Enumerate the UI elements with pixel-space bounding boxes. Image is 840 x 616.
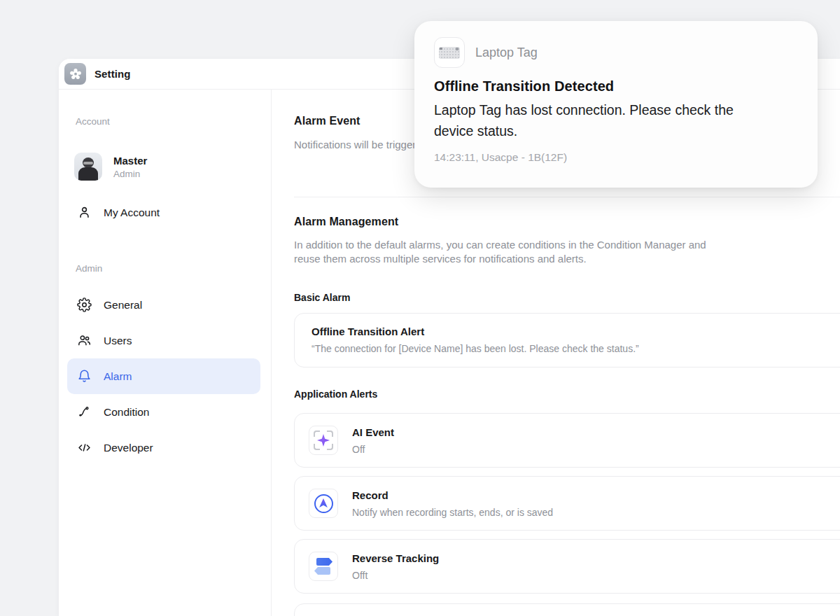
sidebar-item-label: Developer <box>104 442 153 454</box>
gear-icon <box>77 298 92 312</box>
laptop-tag-icon <box>434 37 465 68</box>
alert-card-title: AI Event <box>352 425 394 440</box>
page-title: Setting <box>94 68 131 80</box>
sidebar: Account Master Admin My Account Admin <box>59 90 272 616</box>
basic-alarm-label: Basic Alarm <box>294 292 350 303</box>
toast-meta: 14:23:11, Usacpe - 1B(12F) <box>434 151 798 164</box>
ai-sparkle-icon <box>309 426 338 455</box>
basic-alarm-card[interactable]: Offline Transition Alert “The connection… <box>294 313 840 368</box>
sidebar-item-label: My Account <box>104 206 160 219</box>
sidebar-item-condition[interactable]: Condition <box>67 394 260 430</box>
basic-alarm-card-title: Offline Transition Alert <box>312 324 836 339</box>
avatar <box>74 153 102 181</box>
section-divider <box>294 197 840 197</box>
toast-app-name: Laptop Tag <box>475 46 538 60</box>
sidebar-item-label: General <box>104 299 142 312</box>
sidebar-item-label: Alarm <box>104 370 132 383</box>
sidebar-item-users[interactable]: Users <box>67 323 260 358</box>
code-icon <box>77 440 92 455</box>
sidebar-item-general[interactable]: General <box>67 287 260 323</box>
condition-curve-icon <box>77 405 92 419</box>
alert-card-record[interactable]: Record Notify when recording starts, end… <box>294 476 840 531</box>
alert-card-subtitle: Off <box>352 443 394 456</box>
alert-card-ai-event[interactable]: AI Event Off <box>294 413 840 468</box>
alert-card-title: Record <box>352 488 553 503</box>
record-arrow-icon <box>309 489 338 518</box>
basic-alarm-card-message: “The connection for [Device Name] has be… <box>312 342 836 356</box>
settings-flower-icon <box>64 63 86 85</box>
users-icon <box>77 333 92 348</box>
reverse-tracking-icon <box>309 552 338 581</box>
sidebar-item-label: Users <box>104 335 132 347</box>
alert-card-sos[interactable]: SOS <box>294 603 840 616</box>
alarm-management-title: Alarm Management <box>294 216 398 228</box>
person-icon <box>77 205 92 220</box>
alarm-management-description: In addition to the default alarms, you c… <box>294 238 706 266</box>
sidebar-item-developer[interactable]: Developer <box>67 430 260 465</box>
sidebar-item-alarm[interactable]: Alarm <box>67 358 260 394</box>
alert-card-title: Reverse Tracking <box>352 551 439 566</box>
profile-row[interactable]: Master Admin <box>74 153 147 181</box>
profile-role: Admin <box>113 168 147 180</box>
alarm-event-title: Alarm Event <box>294 115 360 127</box>
notification-toast[interactable]: Laptop Tag Offline Transition Detected L… <box>414 21 818 188</box>
bell-icon <box>77 369 92 384</box>
sidebar-section-account: Account <box>76 116 110 127</box>
alert-card-subtitle: Offt <box>352 569 439 582</box>
alert-card-subtitle: Notify when recording starts, ends, or i… <box>352 506 553 519</box>
profile-name: Master <box>113 154 147 168</box>
application-alerts-label: Application Alerts <box>294 388 377 400</box>
toast-body: Laptop Tag has lost connection. Please c… <box>434 99 798 141</box>
toast-title: Offline Transition Detected <box>434 78 798 94</box>
sidebar-section-admin: Admin <box>76 263 102 274</box>
alert-card-reverse-tracking[interactable]: Reverse Tracking Offt <box>294 539 840 594</box>
sidebar-item-label: Condition <box>104 406 150 419</box>
sidebar-item-my-account[interactable]: My Account <box>67 195 260 230</box>
